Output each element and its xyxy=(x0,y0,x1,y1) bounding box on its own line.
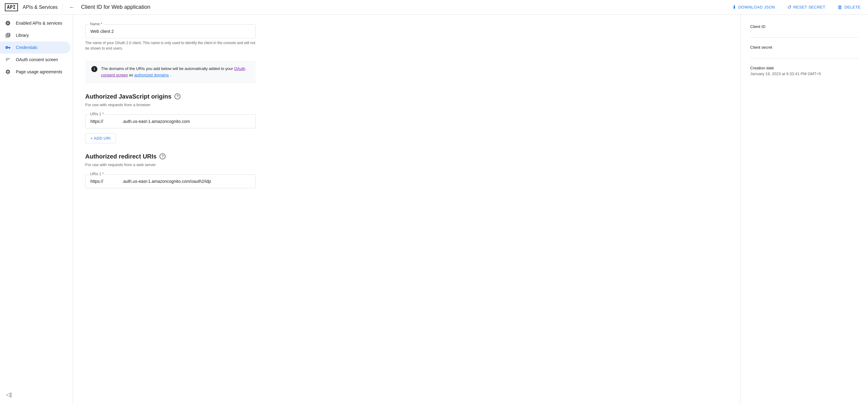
redirect-uris-uri-group: URIs 1 * xyxy=(85,174,728,188)
delete-icon: 🗑 xyxy=(838,5,843,10)
name-input-group: Name * xyxy=(85,24,728,38)
download-json-label: DOWNLOAD JSON xyxy=(738,5,775,9)
client-secret-label: Client secret xyxy=(750,45,858,50)
top-header: API APIs & Services ← Client ID for Web … xyxy=(0,0,868,14)
info-icon: i xyxy=(91,66,97,72)
client-id-row: Client ID xyxy=(750,24,858,38)
creation-date-value: January 19, 2023 at 6:33:41 PM GMT+5 xyxy=(750,71,858,76)
sidebar-item-label-library: Library xyxy=(16,33,29,38)
info-text-end: . xyxy=(170,73,171,77)
redirect-uris-title: Authorized redirect URIs ? xyxy=(85,153,728,160)
sidebar-item-label-enabled-apis: Enabled APIs & services xyxy=(16,21,62,26)
js-origins-add-uri-button[interactable]: + ADD URI xyxy=(85,133,116,143)
header-divider xyxy=(62,4,63,11)
page-usage-icon xyxy=(5,69,11,75)
js-origins-help-icon[interactable]: ? xyxy=(175,93,181,99)
name-label: Name * xyxy=(89,22,103,26)
client-id-label: Client ID xyxy=(750,24,858,29)
right-panel: Client ID Client secret Creation date Ja… xyxy=(740,14,868,404)
reset-secret-label: RESET SECRET xyxy=(793,5,825,9)
download-icon: ⬇ xyxy=(732,4,737,10)
js-origins-title-text: Authorized JavaScript origins xyxy=(85,93,172,100)
js-origins-uri-group: URIs 1 * xyxy=(85,114,728,128)
client-secret-row: Client secret xyxy=(750,45,858,58)
authorized-domains-link[interactable]: authorized domains xyxy=(134,73,168,77)
sidebar-item-page-usage[interactable]: Page usage agreements xyxy=(0,66,70,78)
sidebar-item-credentials[interactable]: Credentials xyxy=(0,41,70,54)
delete-label: DELETE xyxy=(844,5,861,9)
js-origins-uri-label: URIs 1 * xyxy=(89,112,105,116)
redirect-uris-label: URIs 1 * xyxy=(89,172,105,176)
info-text-middle: as xyxy=(129,73,134,77)
redirect-uris-section: Authorized redirect URIs ? For use with … xyxy=(85,153,728,188)
js-origins-title: Authorized JavaScript origins ? xyxy=(85,93,728,100)
reset-icon: ↺ xyxy=(787,4,792,10)
sidebar-item-label-credentials: Credentials xyxy=(16,45,37,50)
credentials-icon xyxy=(5,44,11,51)
name-section: Name * The name of your OAuth 2.0 client… xyxy=(85,24,728,51)
info-text-start: The domains of the URIs you add below wi… xyxy=(101,66,234,71)
name-input[interactable] xyxy=(85,24,256,38)
library-icon xyxy=(5,32,11,38)
download-json-button[interactable]: ⬇ DOWNLOAD JSON xyxy=(730,3,778,11)
sidebar-item-label-oauth-consent: OAuth consent screen xyxy=(16,57,58,62)
sidebar-item-oauth-consent[interactable]: OAuth consent screen xyxy=(0,54,70,66)
api-logo: API xyxy=(5,3,18,11)
enabled-apis-icon xyxy=(5,20,11,26)
delete-button[interactable]: 🗑 DELETE xyxy=(835,3,863,11)
js-origins-subtitle: For use with requests from a browser xyxy=(85,102,728,107)
main-content: Name * The name of your OAuth 2.0 client… xyxy=(73,14,740,404)
redirect-uris-title-text: Authorized redirect URIs xyxy=(85,153,156,160)
sidebar: Enabled APIs & services Library Credenti… xyxy=(0,14,73,404)
name-helper: The name of your OAuth 2.0 client. This … xyxy=(85,40,256,51)
creation-date-label: Creation date xyxy=(750,66,858,70)
redirect-uris-subtitle: For use with requests from a web server xyxy=(85,162,728,167)
creation-date-row: Creation date January 19, 2023 at 6:33:4… xyxy=(750,66,858,83)
header-actions: ⬇ DOWNLOAD JSON ↺ RESET SECRET 🗑 DELETE xyxy=(730,3,863,11)
back-button[interactable]: ← xyxy=(68,2,76,12)
page-title: Client ID for Web application xyxy=(81,4,725,10)
content-area: Name * The name of your OAuth 2.0 client… xyxy=(73,14,868,404)
js-origins-uri-input[interactable] xyxy=(85,114,256,128)
redirect-uris-input[interactable] xyxy=(85,174,256,188)
header-brand: APIs & Services xyxy=(23,5,58,10)
sidebar-item-label-page-usage: Page usage agreements xyxy=(16,69,62,74)
info-box: i The domains of the URIs you add below … xyxy=(85,61,256,83)
oauth-consent-icon xyxy=(5,57,11,63)
add-uri-label: + ADD URI xyxy=(90,136,111,141)
collapse-sidebar-button[interactable]: ◁| xyxy=(5,390,13,399)
js-origins-section: Authorized JavaScript origins ? For use … xyxy=(85,93,728,143)
main-layout: Enabled APIs & services Library Credenti… xyxy=(0,14,868,404)
reset-secret-button[interactable]: ↺ RESET SECRET xyxy=(785,3,828,11)
info-text: The domains of the URIs you add below wi… xyxy=(101,66,250,79)
redirect-uris-help-icon[interactable]: ? xyxy=(159,153,165,159)
sidebar-item-library[interactable]: Library xyxy=(0,29,70,41)
sidebar-item-enabled-apis[interactable]: Enabled APIs & services xyxy=(0,17,70,29)
